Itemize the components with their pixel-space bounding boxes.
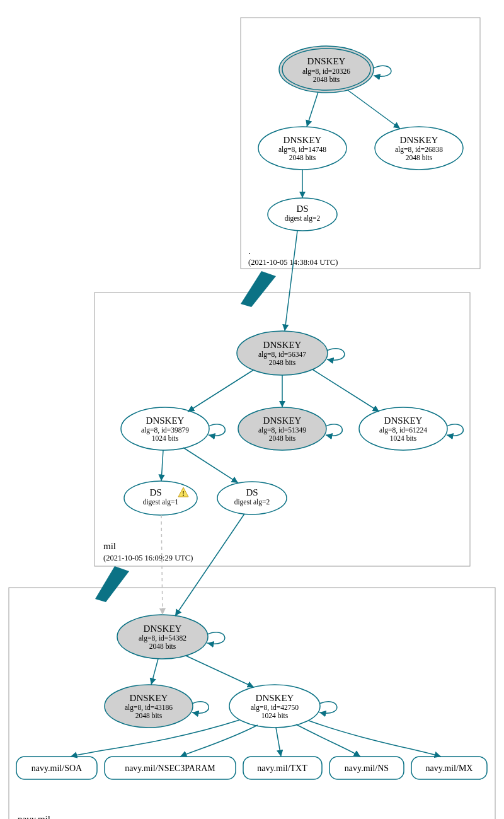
edge-navy-zsk-to-n3p xyxy=(180,725,258,757)
svg-text:2048 bits: 2048 bits xyxy=(149,642,176,650)
svg-text:alg=8, id=56347: alg=8, id=56347 xyxy=(258,351,306,359)
root-dnskey-14748: DNSKEY alg=8, id=14748 2048 bits xyxy=(258,127,346,170)
svg-text:DNSKEY: DNSKEY xyxy=(263,340,302,350)
mil-dnskey-39879: DNSKEY alg=8, id=39879 1024 bits xyxy=(121,407,209,450)
svg-text:alg=8, id=51349: alg=8, id=51349 xyxy=(258,426,306,434)
svg-text:2048 bits: 2048 bits xyxy=(313,76,340,83)
svg-text:navy.mil/SOA: navy.mil/SOA xyxy=(32,764,83,773)
edge-root-ksk-to-zsk1 xyxy=(307,92,318,127)
svg-text:digest alg=1: digest alg=1 xyxy=(143,498,179,506)
mil-zsk3-self-loop-icon xyxy=(447,424,463,436)
rrset-navy-soa: navy.mil/SOA xyxy=(16,757,97,779)
svg-text:navy.mil/NSEC3PARAM: navy.mil/NSEC3PARAM xyxy=(125,764,215,773)
svg-text:DNSKEY: DNSKEY xyxy=(307,56,346,66)
navy-dnskey-54382: DNSKEY alg=8, id=54382 2048 bits xyxy=(117,615,208,659)
svg-text:DNSKEY: DNSKEY xyxy=(284,135,322,145)
root-ksk-self-loop-icon xyxy=(374,66,391,76)
navy-ksk2-self-loop-icon xyxy=(192,702,209,713)
svg-text:2048 bits: 2048 bits xyxy=(406,154,433,161)
root-ds: DS digest alg=2 xyxy=(268,198,337,231)
svg-text:2048 bits: 2048 bits xyxy=(269,434,296,442)
edge-mil-zsk1-to-ds1 xyxy=(161,450,163,481)
edge-mil-ksk-to-zsk1 xyxy=(188,370,253,412)
mil-ksk-self-loop-icon xyxy=(327,349,345,360)
edge-navy-zsk-to-txt xyxy=(276,728,281,757)
edge-mil-ds1-to-navy-ksk-dashed xyxy=(161,515,163,615)
svg-text:DNSKEY: DNSKEY xyxy=(400,135,438,145)
mil-ksk2-self-loop-icon xyxy=(326,424,342,436)
edge-navy-zsk-to-mx xyxy=(309,721,441,757)
svg-text:2048 bits: 2048 bits xyxy=(135,712,163,719)
svg-text:alg=8, id=14748: alg=8, id=14748 xyxy=(278,146,326,154)
svg-text:1024 bits: 1024 bits xyxy=(261,712,289,719)
edge-navy-zsk-to-ns xyxy=(296,724,360,757)
navy-zsk-self-loop-icon xyxy=(319,702,337,713)
mil-zsk1-self-loop-icon xyxy=(209,424,225,436)
svg-text:alg=8, id=54382: alg=8, id=54382 xyxy=(139,634,186,642)
svg-text:DS: DS xyxy=(296,204,308,214)
edge-mil-ksk-to-zsk3 xyxy=(312,369,379,412)
svg-text:alg=8, id=26838: alg=8, id=26838 xyxy=(395,146,443,154)
edge-mil-ds2-to-navy-ksk xyxy=(175,514,244,616)
delegation-arrow-mil-to-navy-icon xyxy=(95,566,129,602)
svg-text:navy.mil/NS: navy.mil/NS xyxy=(345,764,389,773)
edge-navy-ksk-to-ksk2 xyxy=(151,659,158,685)
svg-text:digest alg=2: digest alg=2 xyxy=(285,214,321,223)
svg-text:DS: DS xyxy=(149,487,161,497)
svg-text:alg=8, id=42750: alg=8, id=42750 xyxy=(251,704,299,712)
svg-text:DNSKEY: DNSKEY xyxy=(146,415,185,426)
navy-dnskey-42750: DNSKEY alg=8, id=42750 1024 bits xyxy=(229,685,320,728)
zone-navy-label: navy.mil (2021-10-05 18:19:16 UTC) xyxy=(18,814,107,819)
navy-ksk-self-loop-icon xyxy=(207,632,225,644)
svg-text:alg=8, id=61224: alg=8, id=61224 xyxy=(379,426,427,434)
mil-ds-alg1: DS digest alg=1 ! xyxy=(124,481,197,515)
svg-text:DNSKEY: DNSKEY xyxy=(144,624,182,634)
svg-text:2048 bits: 2048 bits xyxy=(289,154,316,161)
svg-text:DNSKEY: DNSKEY xyxy=(263,415,302,426)
mil-dnskey-61224: DNSKEY alg=8, id=61224 1024 bits xyxy=(359,407,447,450)
svg-text:DNSKEY: DNSKEY xyxy=(256,693,294,703)
edge-navy-ksk-to-zsk xyxy=(186,656,254,687)
root-dnskey-ksk: DNSKEY alg=8, id=20326 2048 bits xyxy=(279,46,374,93)
edge-root-ds-to-mil-ksk xyxy=(285,231,297,331)
svg-text:alg=8, id=20326: alg=8, id=20326 xyxy=(302,67,350,76)
mil-ds-alg2: DS digest alg=2 xyxy=(217,482,287,514)
svg-text:2048 bits: 2048 bits xyxy=(269,359,296,366)
svg-text:navy.mil/TXT: navy.mil/TXT xyxy=(257,764,307,773)
svg-text:DNSKEY: DNSKEY xyxy=(384,415,423,426)
svg-text:alg=8, id=43186: alg=8, id=43186 xyxy=(125,704,173,712)
svg-text:1024 bits: 1024 bits xyxy=(390,434,417,442)
root-dnskey-26838: DNSKEY alg=8, id=26838 2048 bits xyxy=(375,127,463,170)
mil-dnskey-51349: DNSKEY alg=8, id=51349 2048 bits xyxy=(238,407,326,450)
svg-text:alg=8, id=39879: alg=8, id=39879 xyxy=(141,426,189,434)
rrset-navy-txt: navy.mil/TXT xyxy=(243,757,322,779)
svg-text:digest alg=2: digest alg=2 xyxy=(234,498,270,506)
rrset-navy-mx: navy.mil/MX xyxy=(411,757,487,779)
edge-root-ksk-to-zsk2 xyxy=(348,90,400,129)
svg-text:1024 bits: 1024 bits xyxy=(152,434,179,442)
svg-text:DNSKEY: DNSKEY xyxy=(130,693,168,703)
edge-mil-zsk1-to-ds2 xyxy=(183,448,238,483)
delegation-arrow-root-to-mil-icon xyxy=(241,271,276,307)
navy-dnskey-43186: DNSKEY alg=8, id=43186 2048 bits xyxy=(105,685,193,728)
svg-text:navy.mil/MX: navy.mil/MX xyxy=(426,764,473,773)
rrset-navy-nsec3param: navy.mil/NSEC3PARAM xyxy=(105,757,236,779)
svg-text:DS: DS xyxy=(246,487,258,497)
zone-mil-label: mil (2021-10-05 16:09:29 UTC) xyxy=(103,541,193,562)
rrset-navy-ns: navy.mil/NS xyxy=(329,757,404,779)
svg-text:!: ! xyxy=(182,489,185,498)
mil-dnskey-56347: DNSKEY alg=8, id=56347 2048 bits xyxy=(237,331,328,375)
